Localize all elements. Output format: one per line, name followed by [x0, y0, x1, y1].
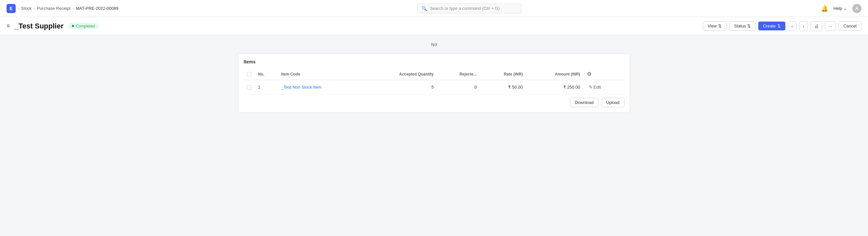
status-label: Completed — [76, 24, 95, 28]
view-chevron-icon: ⇅ — [718, 24, 722, 28]
avatar[interactable]: A — [852, 4, 862, 13]
status-button[interactable]: Status ⇅ — [729, 21, 756, 31]
status-chevron-icon: ⇅ — [747, 24, 751, 28]
edit-label: Edit — [594, 85, 601, 90]
sep2: › — [34, 6, 35, 11]
search-box[interactable]: 🔍 Search or type a command (Ctrl + G) — [417, 4, 522, 13]
breadcrumb-area: E › Stock › Purchase Receipt › MAT-PRE-2… — [6, 4, 119, 13]
create-button[interactable]: Create ⇅ — [758, 22, 785, 30]
app-icon[interactable]: E — [6, 4, 16, 13]
notification-icon[interactable]: 🔔 — [821, 5, 828, 12]
create-chevron-icon: ⇅ — [777, 24, 781, 28]
top-navigation: E › Stock › Purchase Receipt › MAT-PRE-2… — [0, 0, 868, 17]
items-table: No. Item Code Accepted Quantity Rejecte.… — [244, 68, 624, 94]
header-checkbox-cell — [244, 68, 255, 80]
col-header-rate: Rate (INR) — [480, 68, 526, 80]
download-button[interactable]: Download — [570, 98, 598, 107]
help-label: Help — [833, 6, 842, 11]
row-edit-button[interactable]: ✎ Edit — [587, 83, 621, 91]
search-area[interactable]: 🔍 Search or type a command (Ctrl + G) — [417, 4, 522, 13]
view-button[interactable]: View ⇅ — [703, 21, 726, 31]
breadcrumb-doc-id: MAT-PRE-2022-00089 — [76, 6, 119, 11]
status-dot — [72, 25, 74, 27]
row-checkbox[interactable] — [247, 85, 251, 90]
col-header-settings: ⚙ — [584, 68, 624, 80]
row-checkbox-cell — [244, 80, 255, 94]
print-button[interactable]: 🖨 — [810, 21, 822, 31]
topnav-right-area: 🔔 Help ⌄ A — [821, 4, 862, 13]
sep3: › — [72, 6, 74, 11]
upload-button[interactable]: Upload — [601, 98, 624, 107]
row-rate: ₹ 50.00 — [480, 80, 526, 94]
table-row: 1 _Test Non Stock Item 5 0 ₹ 50.00 ₹ 250… — [244, 80, 624, 94]
more-options-button[interactable]: ··· — [825, 21, 836, 31]
edit-icon: ✎ — [589, 85, 592, 90]
search-icon: 🔍 — [422, 6, 427, 11]
col-header-no: No. — [255, 68, 278, 80]
hamburger-icon[interactable]: ≡ — [6, 23, 10, 29]
doc-toolbar: ≡ _Test Supplier Completed View ⇅ Status… — [0, 17, 868, 35]
row-accepted-qty: 5 — [363, 80, 437, 94]
cancel-button[interactable]: Cancel — [839, 21, 862, 31]
col-header-item-code: Item Code — [278, 68, 363, 80]
search-placeholder: Search or type a command (Ctrl + G) — [430, 6, 500, 11]
items-section: Items No. Item Code Accepted Quantity Re… — [238, 54, 630, 113]
main-content: No Items No. Item Code Accepted Quantity… — [0, 35, 868, 236]
doc-title: _Test Supplier — [15, 22, 64, 30]
select-all-checkbox[interactable] — [247, 72, 251, 77]
row-edit-cell: ✎ Edit — [584, 80, 624, 94]
row-amount: ₹ 250.00 — [526, 80, 584, 94]
status-badge: Completed — [68, 23, 99, 29]
breadcrumb-purchase-receipt[interactable]: Purchase Receipt — [37, 6, 70, 11]
sep1: › — [18, 6, 19, 11]
next-button[interactable]: › — [799, 21, 808, 31]
col-header-amount: Amount (INR) — [526, 68, 584, 80]
table-settings-icon[interactable]: ⚙ — [587, 71, 591, 77]
table-header-row: No. Item Code Accepted Quantity Rejecte.… — [244, 68, 624, 80]
col-header-rejected: Rejecte... — [437, 68, 480, 80]
toolbar-right: View ⇅ Status ⇅ Create ⇅ ‹ › 🖨 ··· Cance… — [703, 21, 862, 31]
prev-button[interactable]: ‹ — [788, 21, 797, 31]
items-title: Items — [244, 59, 624, 64]
table-action-row: Download Upload — [244, 98, 624, 107]
breadcrumb-stock[interactable]: Stock — [21, 6, 32, 11]
col-header-accepted-qty: Accepted Quantity — [363, 68, 437, 80]
toolbar-left: ≡ _Test Supplier Completed — [6, 22, 99, 30]
no-label: No — [10, 42, 858, 47]
row-item-code[interactable]: _Test Non Stock Item — [278, 80, 363, 94]
row-no: 1 — [255, 80, 278, 94]
row-rejected: 0 — [437, 80, 480, 94]
help-button[interactable]: Help ⌄ — [833, 6, 847, 11]
help-chevron-icon: ⌄ — [843, 6, 847, 11]
